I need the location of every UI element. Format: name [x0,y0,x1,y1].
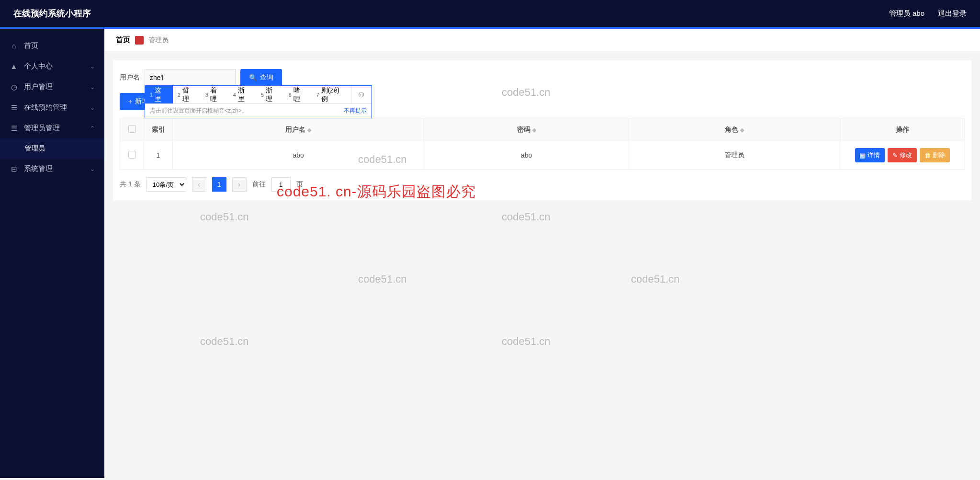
chevron-up-icon: ⌃ [90,125,95,132]
ime-candidate-4[interactable]: 4浙里 [228,86,256,103]
search-button[interactable]: 🔍 查询 [240,69,282,86]
th-password[interactable]: 密码◆ [424,118,629,141]
watermark: code51.cn [358,273,407,286]
search-icon: 🔍 [249,74,257,81]
home-icon: ⌂ [10,42,18,50]
cell-password: abo [424,141,629,170]
prev-page-button[interactable]: ‹ [192,177,206,192]
search-label: 用户名 [120,73,140,82]
nav-label: 管理员管理 [24,124,60,133]
page-size-select[interactable]: 10条/页 [146,177,186,192]
app-title: 在线预约系统小程序 [13,8,889,19]
watermark: code51.cn [631,273,680,286]
ime-tip: 点击前往设置页面开启模糊音<z,zh>。 [150,107,248,115]
breadcrumb: 首页 管理员 [104,29,980,52]
nav-label: 用户管理 [24,82,53,91]
pager-total: 共 1 条 [120,180,141,189]
crumb-home[interactable]: 首页 [116,35,130,45]
nav-label: 在线预约管理 [24,103,67,112]
goto-label: 前往 [252,180,266,189]
data-table: 索引 用户名◆ 密码◆ 角色◆ 操作 1 abo abo 管理员 [120,118,965,170]
sort-icon: ◆ [532,127,536,133]
chevron-down-icon: ⌄ [90,104,95,111]
goto-page-input[interactable] [271,177,291,192]
cell-role: 管理员 [629,141,840,170]
goto-suffix: 页 [296,180,303,189]
nav-booking[interactable]: ☰ 在线预约管理 ⌄ [0,97,104,118]
crumb-current: 管理员 [148,36,169,45]
ime-candidate-5[interactable]: 5浙理 [256,86,284,103]
th-username[interactable]: 用户名◆ [173,118,424,141]
plus-icon: + [128,98,132,105]
th-role[interactable]: 角色◆ [629,118,840,141]
detail-button[interactable]: ▤详情 [855,148,885,162]
ime-popup: 1这里 2哲理 3着哩 4浙里 5浙理 6啫喱 7则(zé)例 ☺ 点击前往设置… [145,85,372,118]
sort-icon: ◆ [740,127,744,133]
sort-icon: ◆ [307,127,311,133]
nav-home[interactable]: ⌂ 首页 [0,35,104,56]
nav-system[interactable]: ⊟ 系统管理 ⌄ [0,159,104,179]
list-icon: ☰ [10,103,18,112]
user-icon: ▲ [10,62,18,70]
app-header: 在线预约系统小程序 管理员 abo 退出登录 [0,0,980,29]
nav-user-mgmt[interactable]: ◷ 用户管理 ⌄ [0,77,104,97]
ime-candidate-7[interactable]: 7则(zé)例 [312,86,351,103]
cell-username: abo [173,141,424,170]
edit-button[interactable]: ✎修改 [888,148,917,162]
edit-icon: ✎ [892,152,898,159]
main-content: 首页 管理员 用户名 1这里 2哲理 3着哩 4浙里 5浙理 6啫 [104,29,980,478]
nav-label: 个人中心 [24,62,53,71]
table-row: 1 abo abo 管理员 ▤详情 ✎修改 🗑删除 [120,141,965,170]
doc-icon: ▤ [860,152,866,159]
username-input[interactable] [145,69,236,86]
ime-candidate-1[interactable]: 1这里 [145,86,173,103]
msg-icon: ⊟ [10,165,18,173]
logout-link[interactable]: 退出登录 [938,9,967,18]
emoji-icon[interactable]: ☺ [351,86,372,103]
ime-candidate-2[interactable]: 2哲理 [173,86,201,103]
watermark: code51.cn [502,211,551,223]
chevron-down-icon: ⌄ [90,166,95,172]
admin-label[interactable]: 管理员 abo [889,9,924,18]
th-index: 索引 [144,118,173,141]
delete-button[interactable]: 🗑删除 [920,148,950,162]
cell-index: 1 [144,141,173,170]
sidebar: ⌂ 首页 ▲ 个人中心 ⌄ ◷ 用户管理 ⌄ ☰ 在线预约管理 ⌄ ☰ 管理员管… [0,29,104,478]
search-bar: 用户名 1这里 2哲理 3着哩 4浙里 5浙理 6啫喱 7则(zé)例 ☺ [120,69,965,86]
users-icon: ◷ [10,83,18,91]
nav-sub-admin[interactable]: 管理员 [0,138,104,159]
nav-label: 首页 [24,41,38,50]
nav-profile[interactable]: ▲ 个人中心 ⌄ [0,56,104,77]
chevron-down-icon: ⌄ [90,63,95,70]
nav-admin-mgmt[interactable]: ☰ 管理员管理 ⌃ [0,118,104,138]
page-1-button[interactable]: 1 [212,177,226,192]
watermark: code51.cn [200,211,249,223]
trash-icon: 🗑 [924,152,931,159]
select-all-checkbox[interactable] [128,125,136,133]
nav-label: 系统管理 [24,164,53,173]
crumb-logo-icon [135,36,144,45]
content-panel: 用户名 1这里 2哲理 3着哩 4浙里 5浙理 6啫喱 7则(zé)例 ☺ [113,60,971,200]
list-icon: ☰ [10,124,18,133]
th-ops: 操作 [840,118,965,141]
ime-dismiss-link[interactable]: 不再提示 [344,107,367,115]
next-page-button[interactable]: › [232,177,247,192]
ime-candidate-6[interactable]: 6啫喱 [284,86,312,103]
row-checkbox[interactable] [128,151,136,159]
pagination: 共 1 条 10条/页 ‹ 1 › 前往 页 [120,177,965,192]
watermark: code51.cn [200,335,249,348]
watermark: code51.cn [502,335,551,348]
ime-candidate-3[interactable]: 3着哩 [201,86,228,103]
chevron-down-icon: ⌄ [90,84,95,91]
